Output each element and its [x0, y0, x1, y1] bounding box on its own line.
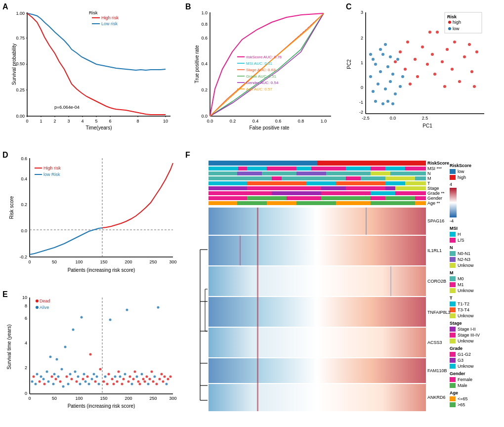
svg-point-126 [391, 102, 394, 105]
svg-text:50: 50 [52, 259, 57, 264]
n-2-3-item: N2-N3 [450, 257, 502, 262]
svg-text:Alive: Alive [40, 305, 49, 310]
svg-point-115 [394, 92, 397, 95]
svg-text:0: 0 [28, 259, 31, 264]
gender-male-item: Male [450, 383, 502, 388]
svg-rect-335 [317, 384, 426, 411]
svg-rect-322 [209, 266, 317, 296]
svg-rect-329 [317, 328, 426, 357]
svg-point-221 [109, 319, 112, 321]
svg-point-174 [31, 381, 34, 383]
svg-point-248 [154, 376, 156, 378]
main-container: A 0.00 0.25 0.50 0.75 1.00 0 1 2 3 4 [0, 0, 504, 427]
svg-text:4: 4 [25, 341, 27, 345]
svg-point-123 [374, 100, 377, 103]
svg-point-175 [33, 376, 35, 378]
svg-point-222 [111, 378, 114, 381]
svg-text:-2.5: -2.5 [362, 116, 370, 121]
svg-point-229 [123, 378, 125, 381]
roc-curve-chart: 0.0 0.2 0.4 0.6 0.8 1.0 0.0 0.2 0.4 0.6 … [188, 5, 336, 141]
svg-text:-2: -2 [359, 110, 363, 115]
svg-point-192 [61, 368, 63, 371]
svg-rect-293 [247, 181, 306, 185]
svg-point-89 [446, 48, 449, 51]
svg-point-112 [386, 65, 389, 68]
svg-rect-328 [209, 328, 317, 357]
svg-rect-276 [209, 167, 238, 171]
svg-text:-0.2: -0.2 [19, 255, 27, 259]
svg-rect-294 [336, 181, 385, 185]
svg-text:0: 0 [26, 119, 28, 124]
svg-text:TNFAIP8L3: TNFAIP8L3 [427, 310, 451, 315]
svg-point-122 [401, 75, 404, 78]
svg-text:ANKRD6: ANKRD6 [427, 395, 446, 400]
svg-rect-334 [209, 384, 317, 411]
svg-point-85 [426, 63, 429, 66]
age-legend-title: Age [450, 390, 502, 395]
svg-text:0: 0 [25, 391, 27, 396]
svg-point-245 [149, 378, 151, 381]
svg-text:0.6: 0.6 [21, 156, 27, 161]
svg-text:CORO2B: CORO2B [427, 279, 446, 284]
svg-point-239 [139, 383, 141, 385]
svg-point-121 [389, 55, 392, 58]
svg-text:Gender: Gender [427, 196, 442, 201]
svg-point-90 [451, 68, 454, 71]
svg-text:0.75: 0.75 [16, 36, 25, 41]
svg-text:riskScore AUC: 0.76: riskScore AUC: 0.76 [246, 55, 282, 59]
svg-point-211 [91, 378, 93, 381]
svg-point-181 [43, 383, 46, 385]
grade-3-item: G3 [450, 358, 502, 363]
svg-text:ACSS3: ACSS3 [427, 340, 442, 345]
svg-text:150: 150 [100, 396, 107, 401]
svg-text:Time(years): Time(years) [86, 125, 112, 130]
riskscore-high-item: high [450, 175, 502, 180]
grade-1-2-item: G1-G2 [450, 352, 502, 357]
svg-point-251 [159, 378, 161, 381]
panel-b-label: B [185, 2, 191, 11]
svg-text:Risk: Risk [447, 14, 457, 19]
svg-text:Low risk: Low risk [101, 21, 118, 26]
svg-point-241 [142, 378, 145, 381]
age-le-65-item: <=65 [450, 396, 502, 401]
svg-point-225 [116, 381, 119, 383]
survival-curve-chart: 0.00 0.25 0.50 0.75 1.00 0 1 2 3 4 5 6 [5, 5, 178, 143]
svg-rect-284 [296, 171, 326, 175]
svg-rect-295 [405, 181, 426, 185]
heatmap-chart: RiskScore MSI *** N [198, 158, 450, 427]
svg-text:0.0: 0.0 [201, 114, 208, 119]
svg-rect-277 [247, 167, 267, 171]
svg-text:2: 2 [53, 119, 56, 124]
svg-text:0.2: 0.2 [230, 119, 236, 124]
grade-legend-title: Grade [450, 346, 502, 351]
svg-point-220 [108, 373, 110, 376]
svg-point-242 [144, 381, 146, 383]
svg-text:Risk: Risk [89, 10, 98, 15]
svg-point-208 [86, 376, 89, 378]
svg-rect-280 [385, 167, 405, 171]
svg-rect-273 [317, 161, 426, 166]
svg-text:300: 300 [169, 396, 176, 401]
panel-c-label: C [346, 2, 352, 11]
svg-text:False positive rate: False positive rate [249, 125, 290, 130]
svg-point-195 [66, 376, 68, 378]
svg-point-244 [147, 383, 150, 385]
svg-rect-307 [247, 196, 287, 200]
n-unknow-item: Unknow [450, 263, 502, 268]
svg-point-216 [99, 368, 102, 371]
svg-text:250: 250 [149, 259, 157, 264]
svg-text:0.8: 0.8 [201, 22, 208, 27]
svg-text:Patients (increasing risk scor: Patients (increasing risk score) [68, 267, 135, 273]
svg-point-247 [152, 381, 155, 383]
svg-point-179 [40, 376, 42, 378]
svg-text:SPAG16: SPAG16 [427, 218, 444, 223]
svg-point-199 [72, 329, 75, 331]
svg-text:4: 4 [81, 119, 84, 124]
svg-point-210 [89, 353, 92, 356]
svg-text:0.6: 0.6 [201, 36, 208, 41]
svg-text:Age AUC: 0.57: Age AUC: 0.57 [246, 87, 272, 91]
panel-a-label: A [2, 2, 8, 11]
svg-text:High risk: High risk [43, 166, 61, 171]
svg-point-188 [55, 378, 57, 381]
svg-point-260 [36, 306, 39, 309]
